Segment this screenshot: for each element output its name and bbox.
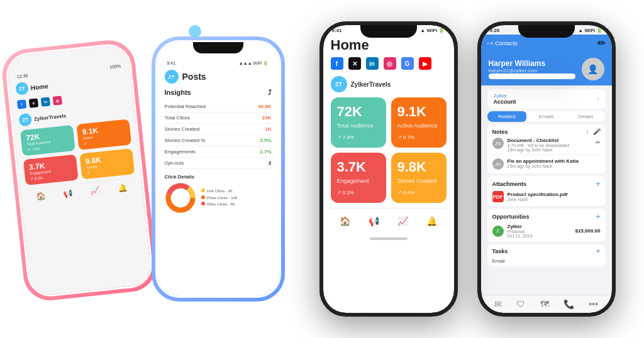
center-social-yt[interactable]: ▶ xyxy=(419,57,431,70)
left-nav-chart[interactable]: 📈 xyxy=(90,186,100,195)
phone-left: 12:30 100% ZT Home f ✕ in ◎ ZT ZylkerTra… xyxy=(4,42,155,299)
right-tab-related[interactable]: Related xyxy=(487,111,527,122)
left-app-icon: ZT xyxy=(15,82,29,95)
right-note1-avatar: JN xyxy=(492,138,504,149)
right-note2-sub: 15m ago by John Nash xyxy=(508,164,579,168)
left-social-li[interactable]: in xyxy=(40,97,50,106)
right-nav-edit[interactable]: ✏ xyxy=(597,37,606,49)
mid-share-icon[interactable]: ⤴ xyxy=(268,89,272,96)
mid-insight-row-2: Total Clicks 23K xyxy=(165,112,272,124)
right-account-info: Zylker Account xyxy=(494,93,516,105)
mid-insight-row-6: Opt-outs 2 xyxy=(165,158,272,169)
right-tab-details[interactable]: Details xyxy=(566,111,606,122)
right-opps-header: Opportunities + xyxy=(492,212,601,221)
mid-notch xyxy=(193,42,243,53)
right-opps-add[interactable]: + xyxy=(596,212,600,221)
right-att-by: John Nash xyxy=(508,197,568,202)
right-contact-header: Harper Williams harper22@zylker.com 5555… xyxy=(481,53,612,85)
center-nav-bell[interactable]: 🔔 xyxy=(426,215,438,227)
center-nav-home[interactable]: 🏠 xyxy=(339,215,352,227)
right-opp-icon: Z xyxy=(492,226,504,237)
right-attachment-item: PDF Product specification.pdf John Nash xyxy=(492,191,601,202)
center-metric-total[interactable]: 72K Total Audience ↗ 7.0% xyxy=(331,97,386,148)
mid-ir6-val: 2 xyxy=(269,160,271,166)
mid-donut-area: Link Clicks - 3K Photo Clicks - 14K Othe… xyxy=(165,182,272,214)
right-tab-emails[interactable]: Emails xyxy=(526,111,566,122)
mid-status: 9:41 ▲▲▲ WiFi 🔋 xyxy=(165,61,272,66)
right-tasks-add[interactable]: + xyxy=(596,247,600,256)
center-home-indicator xyxy=(370,237,408,240)
right-note1-sub2: 15m ago by John Nash xyxy=(508,148,570,152)
svg-point-3 xyxy=(173,191,187,205)
legend-item-2: Photo Clicks - 14K xyxy=(201,195,238,202)
right-bottom-map-icon[interactable]: 🗺 xyxy=(540,299,549,309)
center-social-row: f ✕ in ◎ G ▶ xyxy=(331,57,447,70)
deco-teal-circle xyxy=(189,25,201,38)
center-social-fb[interactable]: f xyxy=(331,57,343,70)
right-note2-title: Fix an appointment with Katia xyxy=(508,158,579,164)
right-nav-back[interactable]: ‹ < Contacts xyxy=(487,40,518,46)
center-metric-stories[interactable]: 9.8K Stories Created ↗ 0.4% xyxy=(391,153,447,203)
right-att-name: Product specification.pdf xyxy=(508,192,568,197)
center-brand-row: ZT ZylkerTravels xyxy=(331,76,447,92)
right-note1-sub1: 3.70 MB · Yet to be downloaded xyxy=(508,143,570,148)
right-notes-title: Notes xyxy=(492,129,508,135)
center-m1-change: ↗ 7.0% xyxy=(337,134,380,140)
phone-left-wrapper: 12:30 100% ZT Home f ✕ in ◎ ZT ZylkerTra… xyxy=(4,42,155,299)
center-m3-label: Engagement xyxy=(337,178,380,184)
right-bottom-phone-icon[interactable]: 📞 xyxy=(564,299,574,309)
left-nav-bell[interactable]: 📢 xyxy=(62,188,72,198)
right-bottom-shield-icon[interactable]: 🛡 xyxy=(516,299,525,309)
right-back-label: < Contacts xyxy=(491,40,518,46)
center-social-ig[interactable]: ◎ xyxy=(384,57,396,70)
right-note-2: JN Fix an appointment with Katia 15m ago… xyxy=(492,158,601,170)
center-social-tw[interactable]: ✕ xyxy=(348,57,361,70)
center-screen: Home f ✕ in ◎ G ▶ ZT ZylkerTravels xyxy=(323,35,454,237)
left-social-ig[interactable]: ◎ xyxy=(52,95,62,105)
mid-insights-header: Insights ⤴ xyxy=(165,89,272,96)
right-back-chevron: ‹ xyxy=(487,40,489,46)
phone-right-inner: 5:26 ▲ WiFi 🔋 ‹ < Contacts ✏ Harper Will… xyxy=(481,25,612,313)
right-status-icons: ▲ WiFi 🔋 xyxy=(578,28,602,33)
center-nav-broadcast[interactable]: 📢 xyxy=(368,215,380,227)
right-bottom-more-icon[interactable]: ••• xyxy=(589,299,598,309)
mid-posts-title: Posts xyxy=(182,72,206,82)
right-opp-amount: $15,000.00 xyxy=(575,228,600,234)
right-contact-info-block: Harper Williams harper22@zylker.com 5555… xyxy=(489,59,575,79)
center-nav-chart[interactable]: 📈 xyxy=(397,215,409,227)
phone-center-wrapper: 9:41 ▲ WiFi 🔋 Home f ✕ in ◎ G ▶ ZT xyxy=(319,21,458,317)
mid-insight-row-1: Potential Reached 40.8K xyxy=(165,101,272,112)
center-social-li[interactable]: in xyxy=(366,57,379,70)
right-account-label: Zylker xyxy=(494,93,516,99)
center-social-g[interactable]: G xyxy=(401,57,414,70)
mid-ir1-label: Potential Reached xyxy=(165,104,206,109)
scene: 12:30 100% ZT Home f ✕ in ◎ ZT ZylkerTra… xyxy=(0,0,644,338)
center-m2-change: ↗ 0.7% xyxy=(397,134,440,140)
right-notes-mic-icon[interactable]: 🎤 xyxy=(593,128,601,135)
mid-signal: ▲▲▲ WiFi 🔋 xyxy=(239,61,269,66)
left-social-tw[interactable]: ✕ xyxy=(28,98,38,107)
left-nav-notif[interactable]: 🔔 xyxy=(117,183,127,192)
mid-app-icon: ZT xyxy=(165,70,179,84)
right-notes-actions: ↕ 🎤 xyxy=(586,128,601,135)
right-note2-avatar: JN xyxy=(492,158,504,170)
center-metric-engagement[interactable]: 3.7K Engagement ↗ 0.2% xyxy=(331,153,386,203)
right-attachments-add[interactable]: + xyxy=(596,180,600,188)
mid-legend: Link Clicks - 3K Photo Clicks - 14K Othe… xyxy=(201,188,238,208)
right-tasks-header: Tasks + xyxy=(492,247,601,256)
right-opp-item: Z Zylker Proposal Oct 11, 2019 $15,000.0… xyxy=(492,224,601,238)
center-brand-name: ZylkerTravels xyxy=(351,81,391,88)
right-opp-date: Oct 11, 2019 xyxy=(508,234,533,238)
right-bottom-mail-icon[interactable]: ✉ xyxy=(494,299,502,309)
left-nav-home[interactable]: 🏠 xyxy=(35,192,45,201)
center-m4-value: 9.8K xyxy=(397,160,440,174)
center-m1-value: 72K xyxy=(337,105,380,119)
left-metric-active: 9.1K Active ↗ xyxy=(76,119,131,150)
left-social-fb[interactable]: f xyxy=(16,99,26,109)
right-notes-sort-icon[interactable]: ↕ xyxy=(586,128,589,135)
left-metric-total: 72K Total Audience ↗ 7.0% xyxy=(19,125,75,156)
center-metric-active[interactable]: 9.1K Active Audience ↗ 0.7% xyxy=(391,97,447,148)
mid-ir3-val: 1K xyxy=(265,126,271,132)
right-note1-content: Document - Checklist 3.70 MB · Yet to be… xyxy=(508,138,570,152)
mid-insight-row-5: Engagements 1.7% xyxy=(165,146,272,158)
